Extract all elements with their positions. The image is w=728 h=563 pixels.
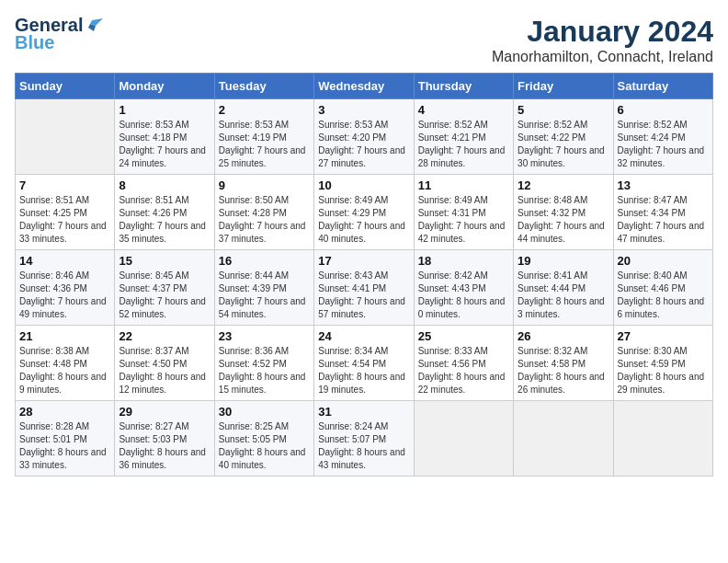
title-area: January 2024 Manorhamilton, Connacht, Ir… [492, 15, 713, 65]
day-number: 7 [19, 178, 110, 192]
day-number: 23 [219, 329, 310, 343]
calendar-cell: 7Sunrise: 8:51 AMSunset: 4:25 PMDaylight… [16, 175, 115, 250]
day-info: Sunrise: 8:42 AMSunset: 4:43 PMDaylight:… [418, 270, 509, 321]
weekday-header-row: SundayMondayTuesdayWednesdayThursdayFrid… [16, 74, 713, 99]
calendar-week-row: 14Sunrise: 8:46 AMSunset: 4:36 PMDayligh… [16, 250, 713, 326]
location-title: Manorhamilton, Connacht, Ireland [492, 49, 713, 65]
day-info: Sunrise: 8:46 AMSunset: 4:36 PMDaylight:… [19, 270, 110, 321]
calendar-cell: 11Sunrise: 8:49 AMSunset: 4:31 PMDayligh… [414, 175, 513, 250]
calendar-cell: 18Sunrise: 8:42 AMSunset: 4:43 PMDayligh… [414, 250, 513, 326]
month-title: January 2024 [492, 15, 713, 49]
day-number: 22 [119, 329, 210, 343]
day-info: Sunrise: 8:28 AMSunset: 5:01 PMDaylight:… [19, 420, 110, 472]
day-info: Sunrise: 8:53 AMSunset: 4:19 PMDaylight:… [219, 119, 310, 170]
day-number: 18 [418, 254, 509, 268]
calendar-cell: 24Sunrise: 8:34 AMSunset: 4:54 PMDayligh… [314, 326, 414, 401]
day-number: 25 [418, 329, 509, 343]
calendar-week-row: 1Sunrise: 8:53 AMSunset: 4:18 PMDaylight… [16, 99, 713, 175]
calendar-cell: 25Sunrise: 8:33 AMSunset: 4:56 PMDayligh… [414, 326, 513, 401]
day-info: Sunrise: 8:30 AMSunset: 4:59 PMDaylight:… [618, 345, 709, 396]
weekday-header-saturday: Saturday [613, 74, 712, 99]
day-number: 6 [618, 103, 709, 117]
calendar-cell: 20Sunrise: 8:40 AMSunset: 4:46 PMDayligh… [613, 250, 712, 326]
calendar-cell: 19Sunrise: 8:41 AMSunset: 4:44 PMDayligh… [514, 250, 613, 326]
logo-blue: Blue [15, 32, 54, 53]
day-info: Sunrise: 8:52 AMSunset: 4:24 PMDaylight:… [618, 119, 709, 170]
calendar-cell: 4Sunrise: 8:52 AMSunset: 4:21 PMDaylight… [414, 99, 513, 175]
day-info: Sunrise: 8:45 AMSunset: 4:37 PMDaylight:… [119, 270, 210, 321]
day-number: 30 [219, 405, 310, 419]
day-number: 17 [318, 254, 409, 268]
logo-bird-icon [85, 17, 103, 35]
day-info: Sunrise: 8:49 AMSunset: 4:29 PMDaylight:… [318, 194, 409, 246]
calendar-cell [16, 99, 115, 175]
day-info: Sunrise: 8:44 AMSunset: 4:39 PMDaylight:… [219, 270, 310, 321]
calendar-cell: 17Sunrise: 8:43 AMSunset: 4:41 PMDayligh… [314, 250, 414, 326]
calendar-cell: 30Sunrise: 8:25 AMSunset: 5:05 PMDayligh… [214, 401, 313, 477]
day-info: Sunrise: 8:53 AMSunset: 4:18 PMDaylight:… [119, 119, 210, 170]
day-number: 19 [518, 254, 609, 268]
day-info: Sunrise: 8:40 AMSunset: 4:46 PMDaylight:… [618, 270, 709, 321]
day-number: 16 [219, 254, 310, 268]
calendar-cell: 28Sunrise: 8:28 AMSunset: 5:01 PMDayligh… [16, 401, 115, 477]
calendar-cell: 3Sunrise: 8:53 AMSunset: 4:20 PMDaylight… [314, 99, 414, 175]
calendar-cell: 5Sunrise: 8:52 AMSunset: 4:22 PMDaylight… [514, 99, 613, 175]
day-info: Sunrise: 8:43 AMSunset: 4:41 PMDaylight:… [318, 270, 409, 321]
calendar-cell: 26Sunrise: 8:32 AMSunset: 4:58 PMDayligh… [514, 326, 613, 401]
day-number: 27 [618, 329, 709, 343]
calendar-cell: 21Sunrise: 8:38 AMSunset: 4:48 PMDayligh… [16, 326, 115, 401]
day-number: 13 [618, 178, 709, 192]
calendar-cell: 13Sunrise: 8:47 AMSunset: 4:34 PMDayligh… [613, 175, 712, 250]
calendar-cell: 9Sunrise: 8:50 AMSunset: 4:28 PMDaylight… [214, 175, 313, 250]
day-info: Sunrise: 8:50 AMSunset: 4:28 PMDaylight:… [219, 194, 310, 246]
calendar-cell: 27Sunrise: 8:30 AMSunset: 4:59 PMDayligh… [613, 326, 712, 401]
calendar-cell: 22Sunrise: 8:37 AMSunset: 4:50 PMDayligh… [115, 326, 214, 401]
day-info: Sunrise: 8:51 AMSunset: 4:26 PMDaylight:… [119, 194, 210, 246]
weekday-header-wednesday: Wednesday [314, 74, 414, 99]
day-number: 5 [518, 103, 609, 117]
day-info: Sunrise: 8:36 AMSunset: 4:52 PMDaylight:… [219, 345, 310, 396]
calendar-cell: 16Sunrise: 8:44 AMSunset: 4:39 PMDayligh… [214, 250, 313, 326]
calendar-week-row: 7Sunrise: 8:51 AMSunset: 4:25 PMDaylight… [16, 175, 713, 250]
calendar-cell: 12Sunrise: 8:48 AMSunset: 4:32 PMDayligh… [514, 175, 613, 250]
day-number: 2 [219, 103, 310, 117]
day-number: 21 [19, 329, 110, 343]
calendar-cell: 29Sunrise: 8:27 AMSunset: 5:03 PMDayligh… [115, 401, 214, 477]
calendar-week-row: 28Sunrise: 8:28 AMSunset: 5:01 PMDayligh… [16, 401, 713, 477]
weekday-header-sunday: Sunday [16, 74, 115, 99]
day-info: Sunrise: 8:34 AMSunset: 4:54 PMDaylight:… [318, 345, 409, 396]
day-info: Sunrise: 8:48 AMSunset: 4:32 PMDaylight:… [518, 194, 609, 246]
calendar-cell: 1Sunrise: 8:53 AMSunset: 4:18 PMDaylight… [115, 99, 214, 175]
day-number: 9 [219, 178, 310, 192]
calendar-cell: 23Sunrise: 8:36 AMSunset: 4:52 PMDayligh… [214, 326, 313, 401]
day-info: Sunrise: 8:33 AMSunset: 4:56 PMDaylight:… [418, 345, 509, 396]
day-number: 14 [19, 254, 110, 268]
day-number: 24 [318, 329, 409, 343]
day-info: Sunrise: 8:49 AMSunset: 4:31 PMDaylight:… [418, 194, 509, 246]
day-number: 12 [518, 178, 609, 192]
day-info: Sunrise: 8:38 AMSunset: 4:48 PMDaylight:… [19, 345, 110, 396]
day-info: Sunrise: 8:41 AMSunset: 4:44 PMDaylight:… [518, 270, 609, 321]
day-number: 8 [119, 178, 210, 192]
calendar-cell: 6Sunrise: 8:52 AMSunset: 4:24 PMDaylight… [613, 99, 712, 175]
day-number: 20 [618, 254, 709, 268]
day-number: 4 [418, 103, 509, 117]
calendar-cell [514, 401, 613, 477]
calendar-week-row: 21Sunrise: 8:38 AMSunset: 4:48 PMDayligh… [16, 326, 713, 401]
calendar-cell: 8Sunrise: 8:51 AMSunset: 4:26 PMDaylight… [115, 175, 214, 250]
weekday-header-friday: Friday [514, 74, 613, 99]
day-info: Sunrise: 8:47 AMSunset: 4:34 PMDaylight:… [618, 194, 709, 246]
calendar-cell: 10Sunrise: 8:49 AMSunset: 4:29 PMDayligh… [314, 175, 414, 250]
day-info: Sunrise: 8:27 AMSunset: 5:03 PMDaylight:… [119, 420, 210, 472]
day-number: 1 [119, 103, 210, 117]
day-info: Sunrise: 8:52 AMSunset: 4:22 PMDaylight:… [518, 119, 609, 170]
day-info: Sunrise: 8:32 AMSunset: 4:58 PMDaylight:… [518, 345, 609, 396]
calendar-table: SundayMondayTuesdayWednesdayThursdayFrid… [15, 73, 713, 477]
day-info: Sunrise: 8:53 AMSunset: 4:20 PMDaylight:… [318, 119, 409, 170]
weekday-header-thursday: Thursday [414, 74, 513, 99]
day-info: Sunrise: 8:37 AMSunset: 4:50 PMDaylight:… [119, 345, 210, 396]
calendar-cell: 31Sunrise: 8:24 AMSunset: 5:07 PMDayligh… [314, 401, 414, 477]
day-info: Sunrise: 8:51 AMSunset: 4:25 PMDaylight:… [19, 194, 110, 246]
day-number: 31 [318, 405, 409, 419]
day-info: Sunrise: 8:52 AMSunset: 4:21 PMDaylight:… [418, 119, 509, 170]
